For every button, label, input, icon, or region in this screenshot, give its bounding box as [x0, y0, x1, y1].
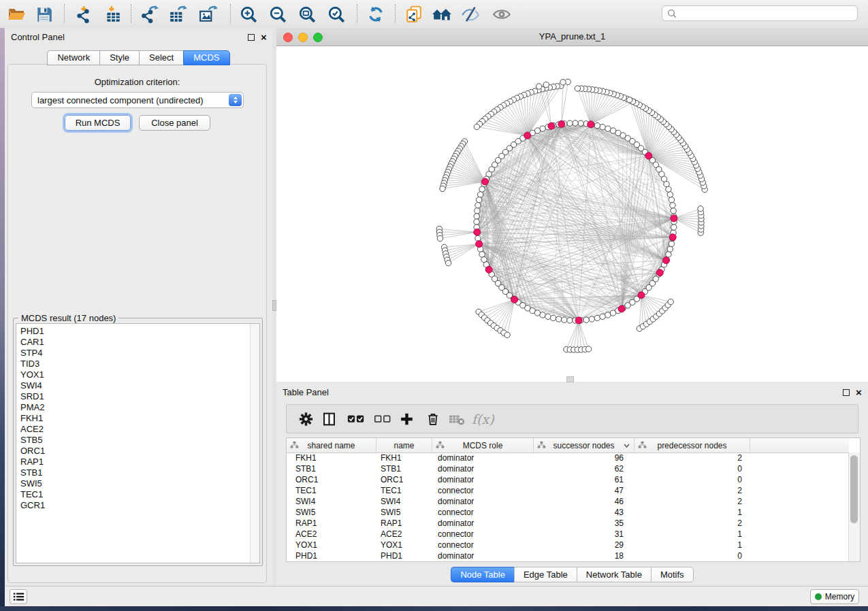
cell-name[interactable]: SWI4	[376, 497, 432, 506]
scrollbar-thumb[interactable]	[850, 455, 858, 523]
tab-style[interactable]: Style	[99, 50, 139, 65]
cell-shared-name[interactable]: PHD1	[287, 551, 376, 561]
cell-predecessor-nodes[interactable]: 2	[634, 497, 750, 506]
mcds-result-item[interactable]: STP4	[20, 348, 45, 359]
cell-name[interactable]: TEC1	[376, 486, 432, 495]
tab-node-table[interactable]: Node Table	[451, 567, 514, 582]
table-scrollbar[interactable]	[848, 452, 860, 561]
cell-shared-name[interactable]: ORC1	[287, 475, 376, 484]
cell-successor-nodes[interactable]: 18	[534, 551, 634, 561]
close-panel-icon[interactable]: ×	[261, 32, 267, 42]
open-network-file-icon[interactable]	[402, 3, 425, 25]
cell-name[interactable]: SWI5	[376, 508, 432, 517]
mcds-result-item[interactable]: ORC1	[20, 446, 45, 457]
zoom-in-icon[interactable]	[237, 3, 260, 25]
select-all-checkboxes-icon[interactable]	[347, 412, 366, 425]
table-row[interactable]: RAP1RAP1dominator352	[287, 518, 849, 529]
tab-network-table[interactable]: Network Table	[577, 567, 651, 582]
search-input[interactable]	[680, 8, 857, 19]
delete-icon[interactable]	[426, 412, 440, 426]
cell-successor-nodes[interactable]: 31	[534, 529, 634, 539]
export-table-icon[interactable]	[167, 3, 190, 25]
mcds-result-item[interactable]: PMA2	[20, 402, 45, 413]
network-graph[interactable]	[276, 46, 868, 382]
memory-button[interactable]: Memory	[810, 589, 859, 604]
mcds-result-item[interactable]: SRD1	[20, 391, 45, 402]
zoom-selected-icon[interactable]	[325, 3, 348, 25]
mcds-result-item[interactable]: ACE2	[20, 424, 45, 435]
cell-predecessor-nodes[interactable]: 2	[634, 518, 750, 528]
tab-motifs[interactable]: Motifs	[651, 567, 694, 582]
export-network-icon[interactable]	[138, 3, 161, 25]
mcds-result-list[interactable]: PHD1CAR1STP4TID3YOX1SWI4SRD1PMA2FKH1ACE2…	[16, 323, 260, 563]
mcds-result-item[interactable]: SWI4	[20, 380, 45, 391]
cell-name[interactable]: PHD1	[376, 551, 432, 561]
cell-shared-name[interactable]: FKH1	[287, 453, 376, 463]
table-row[interactable]: SWI5SWI5connector431	[287, 507, 849, 518]
mcds-result-item[interactable]: TID3	[20, 359, 45, 369]
mcds-result-item[interactable]: STB1	[20, 467, 45, 478]
column-header-shared-name[interactable]: shared name	[287, 438, 376, 452]
tab-network[interactable]: Network	[47, 50, 99, 65]
cell-shared-name[interactable]: ACE2	[287, 529, 376, 539]
cell-successor-nodes[interactable]: 43	[534, 508, 634, 517]
cell-shared-name[interactable]: RAP1	[287, 518, 376, 528]
import-table-icon[interactable]	[101, 3, 125, 25]
task-history-button[interactable]	[10, 589, 27, 604]
float-table-panel-icon[interactable]	[843, 389, 850, 396]
cell-shared-name[interactable]: STB1	[287, 464, 376, 474]
tab-select[interactable]: Select	[139, 50, 183, 65]
cell-shared-name[interactable]: TEC1	[287, 486, 376, 495]
table-row[interactable]: ACE2ACE2connector311	[287, 529, 849, 540]
import-network-icon[interactable]	[71, 3, 95, 25]
network-overview-icon[interactable]	[430, 3, 453, 25]
cell-MCDS-role[interactable]: dominator	[432, 551, 534, 561]
cell-MCDS-role[interactable]: dominator	[432, 464, 534, 474]
network-canvas[interactable]	[276, 46, 868, 382]
close-table-panel-icon[interactable]: ×	[856, 387, 862, 397]
mcds-result-item[interactable]: STB5	[20, 435, 45, 446]
cell-MCDS-role[interactable]: dominator	[432, 475, 534, 484]
settings-icon[interactable]	[299, 412, 313, 426]
cell-predecessor-nodes[interactable]: 1	[634, 540, 750, 550]
column-header-MCDS-role[interactable]: MCDS role	[432, 438, 534, 452]
network-window-titlebar[interactable]: YPA_prune.txt_1	[276, 28, 868, 46]
cell-predecessor-nodes[interactable]: 1	[634, 529, 750, 539]
cell-shared-name[interactable]: SWI4	[287, 497, 376, 506]
cell-successor-nodes[interactable]: 35	[534, 518, 634, 528]
mcds-result-item[interactable]: TEC1	[20, 489, 45, 500]
cell-successor-nodes[interactable]: 96	[534, 453, 634, 463]
show-panel-icon[interactable]	[490, 3, 513, 25]
mcds-result-item[interactable]: FKH1	[20, 413, 45, 424]
column-header-predecessor-nodes[interactable]: predecessor nodes	[634, 438, 750, 452]
tab-edge-table[interactable]: Edge Table	[514, 567, 577, 582]
run-mcds-button[interactable]: Run MCDS	[65, 115, 131, 131]
table-row[interactable]: FKH1FKH1dominator962	[287, 452, 849, 463]
cell-MCDS-role[interactable]: connector	[432, 508, 534, 517]
table-row[interactable]: SWI4SWI4dominator462	[287, 496, 849, 507]
deselect-checkboxes-icon[interactable]	[373, 412, 392, 425]
table-row[interactable]: STB1STB1dominator620	[287, 463, 849, 474]
cell-name[interactable]: RAP1	[376, 518, 432, 528]
mcds-result-item[interactable]: GCR1	[20, 500, 45, 511]
cell-successor-nodes[interactable]: 46	[534, 497, 634, 506]
cell-name[interactable]: ACE2	[376, 529, 432, 539]
column-header-successor-nodes[interactable]: successor nodes	[534, 438, 634, 452]
cell-shared-name[interactable]: SWI5	[287, 508, 376, 517]
add-icon[interactable]	[400, 412, 414, 426]
export-image-icon[interactable]	[197, 3, 220, 25]
cell-MCDS-role[interactable]: connector	[432, 540, 534, 550]
cell-predecessor-nodes[interactable]: 0	[634, 551, 750, 561]
mcds-result-item[interactable]: YOX1	[20, 369, 45, 380]
criterion-dropdown[interactable]: largest connected component (undirected)	[31, 92, 244, 108]
cell-shared-name[interactable]: YOX1	[287, 540, 376, 550]
cell-successor-nodes[interactable]: 61	[534, 475, 634, 484]
cell-MCDS-role[interactable]: connector	[432, 529, 534, 539]
cell-MCDS-role[interactable]: connector	[432, 486, 534, 495]
cell-predecessor-nodes[interactable]: 2	[634, 486, 750, 495]
table-row[interactable]: YOX1YOX1connector291	[287, 540, 849, 550]
cell-name[interactable]: YOX1	[376, 540, 432, 550]
cell-predecessor-nodes[interactable]: 0	[634, 464, 750, 474]
cell-predecessor-nodes[interactable]: 1	[634, 508, 750, 517]
search-box[interactable]	[662, 5, 858, 21]
